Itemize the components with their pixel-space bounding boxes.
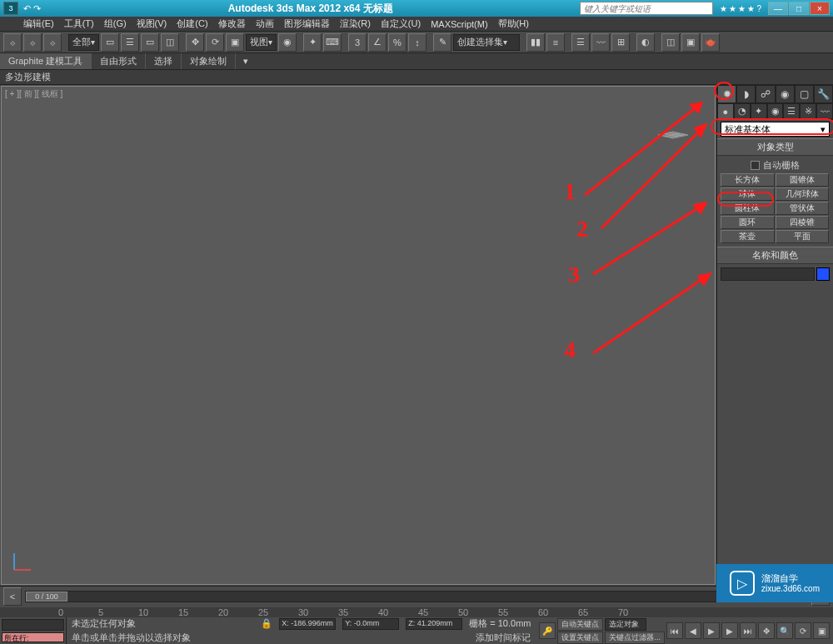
keymode-icon[interactable]: ⌨: [323, 33, 342, 52]
render-setup-icon[interactable]: ◫: [661, 33, 680, 52]
hierarchy-tab-icon[interactable]: ☍: [756, 85, 775, 103]
select-name-icon[interactable]: ☰: [121, 33, 139, 52]
systems-icon[interactable]: 〰: [816, 103, 833, 119]
pivot-icon[interactable]: ◉: [278, 33, 297, 52]
btn-torus[interactable]: 圆环: [721, 216, 775, 229]
minimize-button[interactable]: —: [768, 2, 788, 15]
category-dropdown[interactable]: 标准基本体▾: [721, 122, 830, 137]
btn-tube[interactable]: 管状体: [776, 202, 830, 215]
window-crossing-icon[interactable]: ◫: [161, 33, 179, 52]
menu-modifiers[interactable]: 修改器: [218, 17, 246, 30]
nav-zoom-icon[interactable]: 🔍: [776, 622, 793, 639]
named-selection-dropdown[interactable]: 创建选择集 ▾: [453, 34, 520, 51]
menu-animation[interactable]: 动画: [256, 17, 274, 30]
setkey-button[interactable]: 设置关键点: [557, 632, 603, 644]
mirror-icon[interactable]: ▮▮: [526, 33, 545, 52]
btn-teapot[interactable]: 茶壶: [721, 230, 775, 243]
snap-icon[interactable]: 3: [348, 33, 367, 52]
coord-x[interactable]: X: -186.996mm: [279, 618, 336, 630]
help-search-input[interactable]: [580, 2, 713, 15]
btn-cylinder[interactable]: 圆柱体: [721, 202, 775, 215]
bind-icon[interactable]: ⟐: [43, 33, 62, 52]
ribbon-tab-freeform[interactable]: 自由形式: [92, 53, 146, 69]
utilities-tab-icon[interactable]: 🔧: [814, 85, 833, 103]
curve-editor-icon[interactable]: 〰: [591, 33, 610, 52]
time-slider[interactable]: 0 / 100: [25, 591, 808, 602]
menu-create[interactable]: 创建(C): [177, 17, 207, 30]
selection-filter-dropdown[interactable]: 全部 ▾: [68, 34, 99, 51]
btn-box[interactable]: 长方体: [721, 173, 775, 187]
coord-y[interactable]: Y: -0.0mm: [342, 618, 399, 630]
refcoord-dropdown[interactable]: 视图 ▾: [246, 34, 277, 51]
lights-icon[interactable]: ✦: [751, 103, 767, 119]
btn-pyramid[interactable]: 四棱锥: [776, 216, 830, 229]
btn-cone[interactable]: 圆锥体: [776, 173, 830, 187]
spacewarps-icon[interactable]: ※: [800, 103, 816, 119]
helpers-icon[interactable]: ☰: [783, 103, 800, 119]
object-name-input[interactable]: [721, 267, 815, 281]
menu-group[interactable]: 组(G): [104, 17, 127, 30]
play-end-icon[interactable]: ⏭: [740, 622, 756, 639]
menu-maxscript[interactable]: MAXScript(M): [431, 19, 487, 29]
menu-customize[interactable]: 自定义(U): [381, 17, 421, 30]
btn-plane[interactable]: 平面: [776, 230, 830, 243]
nav-max-icon[interactable]: ▣: [813, 622, 830, 639]
viewport-front[interactable]: [ + ][ 前 ][ 线框 ] 1 2 3 4: [1, 86, 716, 585]
play-prev-icon[interactable]: ◀: [685, 622, 701, 639]
render-icon[interactable]: 🫖: [701, 33, 720, 52]
editnamed-icon[interactable]: ✎: [433, 33, 451, 52]
move-icon[interactable]: ✥: [186, 33, 204, 52]
scale-icon[interactable]: ▣: [226, 33, 244, 52]
percent-snap-icon[interactable]: %: [388, 33, 407, 52]
shapes-icon[interactable]: ◔: [734, 103, 751, 119]
ribbon-tab-graphite[interactable]: Graphite 建模工具: [0, 53, 92, 69]
object-color-swatch[interactable]: [816, 267, 830, 281]
spinner-snap-icon[interactable]: ↕: [408, 33, 426, 52]
ribbon-tab-selection[interactable]: 选择: [146, 53, 182, 69]
keyfilter-button[interactable]: 关键点过滤器...: [605, 632, 665, 644]
play-start-icon[interactable]: ⏮: [666, 622, 683, 639]
modify-tab-icon[interactable]: ◗: [736, 85, 756, 103]
rotate-icon[interactable]: ⟳: [206, 33, 224, 52]
app-icon[interactable]: 3: [3, 2, 18, 15]
nav-pan-icon[interactable]: ✥: [758, 622, 775, 639]
qat-redo-icon[interactable]: ↷: [33, 3, 41, 14]
ribbon-expand-icon[interactable]: ▾: [239, 56, 252, 67]
create-tab-icon[interactable]: ✹: [717, 85, 736, 103]
material-editor-icon[interactable]: ◐: [636, 33, 655, 52]
display-tab-icon[interactable]: ▢: [795, 85, 814, 103]
infocenter-icons[interactable]: ★★★★?: [720, 4, 761, 13]
menu-help[interactable]: 帮助(H): [498, 17, 529, 30]
nav-orbit-icon[interactable]: ⟳: [795, 622, 811, 639]
play-icon[interactable]: ▶: [703, 622, 720, 639]
motion-tab-icon[interactable]: ◉: [776, 85, 795, 103]
maximize-button[interactable]: □: [789, 2, 809, 15]
close-button[interactable]: ×: [810, 2, 830, 15]
align-icon[interactable]: ≡: [546, 33, 565, 52]
layers-icon[interactable]: ☰: [571, 33, 590, 52]
ribbon-tab-objectpaint[interactable]: 对象绘制: [182, 53, 236, 69]
timetag-label[interactable]: 添加时间标记: [476, 632, 531, 644]
menu-edit[interactable]: 编辑(E): [23, 17, 54, 30]
keymode-toggle-icon[interactable]: 🔑: [539, 622, 556, 639]
rollout-head-objtype[interactable]: 对象类型: [717, 138, 833, 156]
coord-z[interactable]: Z: 41.209mm: [406, 618, 462, 630]
link-icon[interactable]: ⟐: [3, 33, 22, 52]
menu-grapheditors[interactable]: 图形编辑器: [284, 17, 330, 30]
geometry-icon[interactable]: ●: [717, 103, 734, 119]
timeconfig-icon[interactable]: <: [3, 587, 22, 606]
menu-tools[interactable]: 工具(T): [64, 17, 94, 30]
btn-sphere[interactable]: 球体: [721, 187, 775, 201]
viewport-label[interactable]: [ + ][ 前 ][ 线框 ]: [5, 88, 62, 100]
script-mini[interactable]: 所在行:: [0, 617, 67, 644]
autokey-button[interactable]: 自动关键点: [557, 618, 603, 631]
autogrid-checkbox[interactable]: [751, 161, 760, 170]
select-icon[interactable]: ▭: [101, 33, 119, 52]
keytarget-dropdown[interactable]: 选定对象: [605, 618, 646, 631]
manip-icon[interactable]: ✦: [303, 33, 322, 52]
select-region-icon[interactable]: ▭: [141, 33, 159, 52]
angle-snap-icon[interactable]: ∠: [368, 33, 387, 52]
time-thumb[interactable]: 0 / 100: [26, 592, 67, 602]
qat-undo-icon[interactable]: ↶: [23, 3, 31, 14]
menu-rendering[interactable]: 渲染(R): [340, 17, 371, 30]
